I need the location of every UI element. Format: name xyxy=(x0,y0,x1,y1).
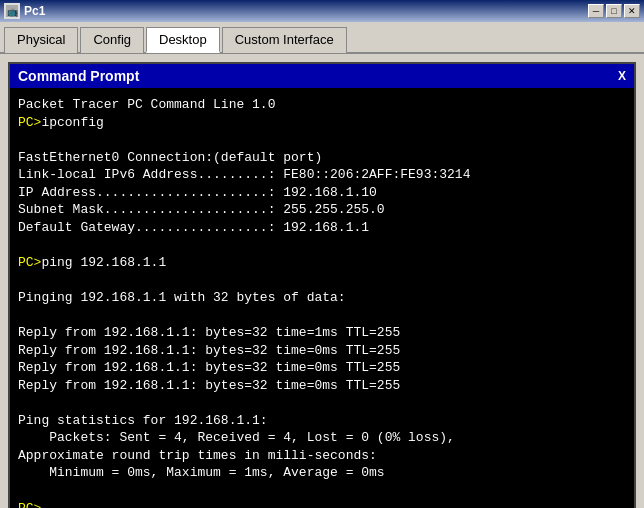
cmd-output: Packet Tracer PC Command Line 1.0 PC>ipc… xyxy=(18,96,626,508)
cmd-title-bar: Command Prompt X xyxy=(10,64,634,88)
tab-custom-interface[interactable]: Custom Interface xyxy=(222,27,347,53)
window-controls: ─ □ ✕ xyxy=(588,4,640,18)
command-prompt-window: Command Prompt X Packet Tracer PC Comman… xyxy=(8,62,636,508)
tab-bar: Physical Config Desktop Custom Interface xyxy=(0,22,644,54)
minimize-button[interactable]: ─ xyxy=(588,4,604,18)
window-title: Pc1 xyxy=(24,4,588,18)
main-content: Command Prompt X Packet Tracer PC Comman… xyxy=(0,54,644,506)
cmd-title-label: Command Prompt xyxy=(18,68,139,84)
svg-text:📺: 📺 xyxy=(7,6,18,17)
tab-config[interactable]: Config xyxy=(80,27,144,53)
tab-physical[interactable]: Physical xyxy=(4,27,78,53)
cmd-close-button[interactable]: X xyxy=(618,69,626,83)
maximize-button[interactable]: □ xyxy=(606,4,622,18)
app-icon: 📺 xyxy=(4,3,20,19)
tab-desktop[interactable]: Desktop xyxy=(146,27,220,53)
close-button[interactable]: ✕ xyxy=(624,4,640,18)
title-bar: 📺 Pc1 ─ □ ✕ xyxy=(0,0,644,22)
cmd-body[interactable]: Packet Tracer PC Command Line 1.0 PC>ipc… xyxy=(10,88,634,508)
